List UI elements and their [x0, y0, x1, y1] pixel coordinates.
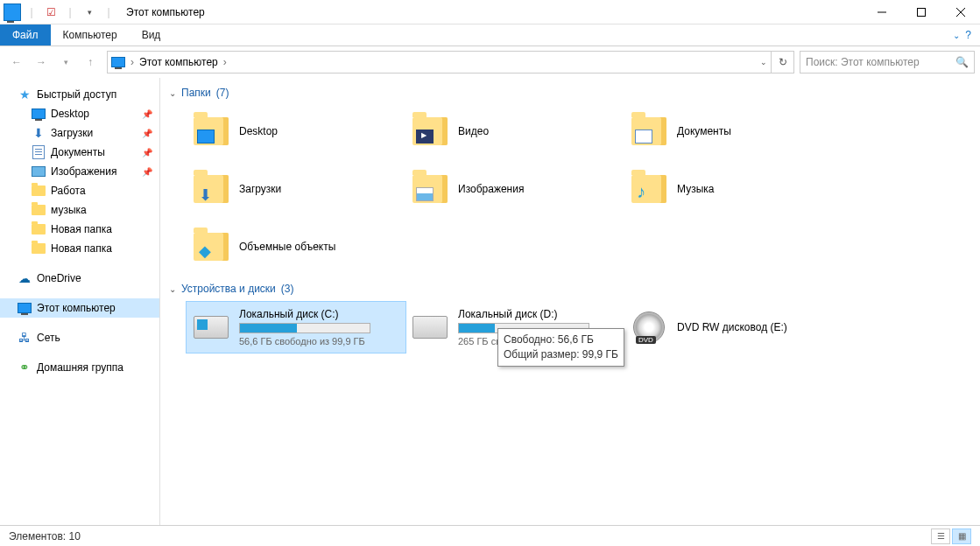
folder-item[interactable]: Объемные объекты — [187, 221, 405, 272]
sidebar-network-label: Сеть — [37, 332, 60, 344]
sidebar-this-pc[interactable]: Этот компьютер — [0, 298, 159, 318]
sidebar-quick-item[interactable]: Новая папка — [0, 239, 159, 258]
section-drives-count: (3) — [281, 283, 294, 295]
folder-icon — [192, 112, 230, 150]
navigation-pane: ★ Быстрый доступ Desktop📌⬇Загрузки📌Докум… — [0, 78, 160, 525]
window-title: Этот компьютер — [126, 6, 205, 18]
breadcrumb-sep-icon[interactable]: › — [130, 56, 134, 68]
download-icon: ⬇ — [32, 126, 46, 140]
qat-sep: | — [23, 4, 40, 21]
view-details-button[interactable]: ☰ — [931, 528, 950, 544]
file-tab[interactable]: Файл — [0, 24, 51, 46]
search-icon: 🔍 — [955, 56, 969, 68]
sidebar-item-label: Загрузки — [51, 127, 93, 139]
folder-label: Desktop — [239, 125, 278, 137]
folder-item[interactable]: Музыка — [624, 164, 843, 214]
folder-icon — [32, 203, 46, 217]
pin-icon: 📌 — [142, 148, 152, 158]
sidebar-network[interactable]: 🖧 Сеть — [0, 328, 159, 347]
section-folders-count: (7) — [216, 87, 229, 99]
section-folders-header[interactable]: ⌄ Папки (7) — [160, 85, 980, 101]
drive-item[interactable]: Локальный диск (C:)56,6 ГБ свободно из 9… — [187, 302, 405, 353]
drive-label: DVD RW дисковод (E:) — [677, 321, 838, 333]
sidebar-quick-item[interactable]: музыка — [0, 200, 159, 220]
nav-forward-button[interactable]: → — [30, 51, 53, 74]
tooltip-free: Свободно: 56,6 ГБ — [504, 332, 618, 347]
sidebar-quick-access[interactable]: ★ Быстрый доступ — [0, 85, 159, 104]
nav-back-button[interactable]: ← — [5, 51, 28, 74]
folder-item[interactable]: Desktop — [187, 106, 405, 157]
section-drives-header[interactable]: ⌄ Устройства и диски (3) — [160, 281, 980, 297]
content-pane: ⌄ Папки (7) DesktopВидеоДокументыЗагрузк… — [160, 78, 980, 525]
breadcrumb-sep2-icon[interactable]: › — [223, 56, 227, 68]
sidebar-thispc-label: Этот компьютер — [37, 302, 116, 314]
nav-recent-dropdown[interactable]: ▾ — [54, 51, 77, 74]
folder-item[interactable]: Видео — [405, 106, 624, 157]
drive-label: Локальный диск (C:) — [239, 308, 400, 320]
folder-icon — [630, 170, 668, 208]
sidebar-item-label: Изображения — [51, 165, 116, 178]
folder-item[interactable]: Документы — [624, 106, 843, 157]
folder-icon — [32, 222, 46, 236]
folder-label: Музыка — [677, 183, 714, 195]
folder-item[interactable]: Изображения — [405, 164, 624, 214]
drive-usage-bar — [239, 323, 370, 333]
tab-view[interactable]: Вид — [130, 24, 173, 46]
qat-pc-icon[interactable] — [4, 4, 21, 21]
sidebar-homegroup[interactable]: ⚭ Домашняя группа — [0, 358, 159, 377]
dvd-icon — [633, 312, 665, 343]
close-button[interactable] — [941, 0, 980, 24]
folder-label: Загрузки — [239, 183, 281, 195]
sidebar-item-label: Документы — [51, 146, 105, 158]
folder-icon — [32, 242, 46, 256]
folder-icon — [192, 170, 230, 208]
folder-label: Видео — [458, 125, 489, 137]
tooltip-total: Общий размер: 99,9 ГБ — [504, 347, 618, 362]
addr-pc-icon — [111, 57, 125, 67]
pin-icon: 📌 — [142, 109, 152, 119]
drive-free-text: 56,6 ГБ свободно из 99,9 ГБ — [239, 336, 400, 346]
qat-sep2: | — [61, 4, 79, 21]
pin-icon: 📌 — [142, 129, 152, 138]
sidebar-item-label: Desktop — [51, 108, 89, 120]
search-input[interactable]: Поиск: Этот компьютер 🔍 — [800, 51, 975, 74]
onedrive-icon: ☁ — [18, 271, 32, 285]
addr-dropdown-icon[interactable]: ⌄ — [760, 58, 767, 66]
minimize-button[interactable] — [862, 0, 901, 24]
drive-label: Локальный диск (D:) — [458, 308, 619, 320]
folder-icon — [32, 184, 46, 198]
folder-label: Изображения — [458, 183, 524, 195]
drive-item[interactable]: DVD RW дисковод (E:) — [624, 302, 843, 353]
chevron-down-icon: ⌄ — [169, 284, 176, 294]
ribbon-help-icon[interactable]: ? — [965, 29, 971, 41]
refresh-button[interactable]: ↻ — [772, 51, 794, 74]
tab-computer[interactable]: Компьютер — [51, 24, 130, 46]
hdd-icon — [194, 316, 229, 339]
folder-label: Документы — [677, 125, 731, 137]
pin-icon: 📌 — [142, 167, 152, 177]
qat-dropdown-icon[interactable]: ▾ — [81, 4, 98, 21]
ribbon-expand-icon[interactable]: ⌄ — [953, 31, 960, 40]
sidebar-onedrive[interactable]: ☁ OneDrive — [0, 269, 159, 288]
sidebar-quick-item[interactable]: Desktop📌 — [0, 104, 159, 123]
status-text: Элементов: 10 — [9, 530, 81, 542]
sidebar-quick-item[interactable]: Работа — [0, 181, 159, 200]
sidebar-quick-item[interactable]: Изображения📌 — [0, 162, 159, 181]
chevron-down-icon: ⌄ — [169, 88, 176, 98]
sidebar-item-label: Новая папка — [51, 242, 112, 255]
sidebar-quick-item[interactable]: ⬇Загрузки📌 — [0, 123, 159, 143]
sidebar-quick-item[interactable]: Документы📌 — [0, 143, 159, 162]
sidebar-quick-item[interactable]: Новая папка — [0, 220, 159, 239]
view-tiles-button[interactable]: ▦ — [952, 528, 971, 544]
address-bar[interactable]: › Этот компьютер › ⌄ — [107, 51, 772, 74]
section-folders-title: Папки — [181, 87, 211, 99]
nav-up-button[interactable]: ↑ — [79, 51, 102, 74]
breadcrumb-location[interactable]: Этот компьютер — [139, 56, 218, 68]
folder-item[interactable]: Загрузки — [187, 164, 405, 214]
qat-properties-icon[interactable]: ☑ — [42, 4, 60, 21]
maximize-button[interactable] — [901, 0, 941, 24]
sidebar-item-label: Новая папка — [51, 223, 112, 235]
folder-icon — [411, 170, 449, 208]
sidebar-homegroup-label: Домашняя группа — [37, 361, 123, 374]
folder-icon — [411, 112, 449, 150]
